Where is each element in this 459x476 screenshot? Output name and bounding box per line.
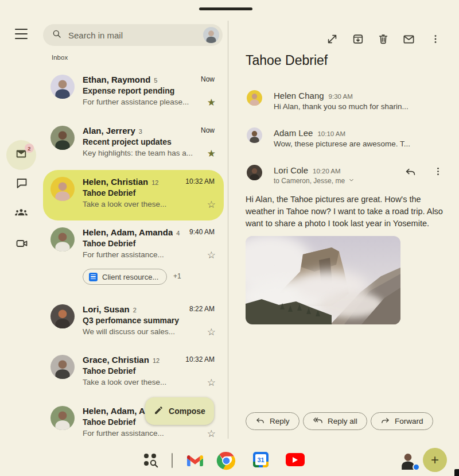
search-icon xyxy=(52,29,62,41)
compose-label: Compose xyxy=(169,407,205,416)
sidebar-item-spaces[interactable] xyxy=(13,206,29,222)
email-snippet: We will discuss our sales... xyxy=(83,327,175,336)
section-label-inbox: Inbox xyxy=(52,54,68,61)
app-search-button[interactable] xyxy=(142,452,159,470)
archive-button[interactable] xyxy=(351,33,365,48)
star-icon[interactable]: ☆ xyxy=(207,327,216,338)
email-snippet: Key highlights: the team has a... xyxy=(83,149,193,157)
star-icon[interactable]: ☆ xyxy=(207,377,216,389)
calendar-day-number: 31 xyxy=(255,454,266,465)
thread-count: 5 xyxy=(154,77,157,84)
people-group-icon xyxy=(14,206,29,223)
calendar-app-icon[interactable]: 31 xyxy=(253,452,269,467)
forward-arrow-icon xyxy=(380,416,390,427)
message-helen-chang[interactable]: Helen Chang9:30 AM Hi Alan, thank you so… xyxy=(247,90,443,118)
reply-all-button[interactable]: Reply all xyxy=(303,412,367,430)
attachment-chip-label: Client resource... xyxy=(102,273,158,281)
email-subject: Expense report pending xyxy=(83,86,215,98)
email-row-grace-christian[interactable]: Grace, Christian1210:32 AM Tahoe Debrief… xyxy=(50,355,215,392)
forward-button[interactable]: Forward xyxy=(371,412,433,430)
chevron-down-icon xyxy=(348,177,355,185)
star-icon[interactable]: ★ xyxy=(207,97,216,109)
star-icon[interactable]: ☆ xyxy=(207,199,216,211)
email-time: 8:22 AM xyxy=(189,305,215,313)
avatar xyxy=(50,406,75,430)
email-subject: Recent project updates xyxy=(83,137,215,149)
avatar xyxy=(50,355,75,379)
play-icon xyxy=(293,457,298,463)
thread-count: 12 xyxy=(153,357,160,364)
thread-count: 4 xyxy=(176,230,180,237)
menu-icon[interactable] xyxy=(15,29,28,39)
mountain-photo xyxy=(246,236,400,324)
email-row-lori-susan[interactable]: Lori, Susan28:22 AM Q3 perfomance summar… xyxy=(50,304,215,341)
email-snippet: For further assistance please... xyxy=(83,98,189,106)
kebab-menu-icon[interactable] xyxy=(433,166,444,180)
thread-title: Tahoe Debrief xyxy=(246,53,328,68)
reply-label: Reply xyxy=(270,417,290,425)
chat-icon xyxy=(15,176,29,192)
sender-names: Ethan, Raymond xyxy=(83,75,150,84)
taskbar-avatar[interactable] xyxy=(398,449,418,470)
forward-label: Forward xyxy=(395,417,423,425)
email-time: 10:32 AM xyxy=(185,177,215,185)
taskbar-add-button[interactable]: + xyxy=(423,448,447,472)
expand-icon xyxy=(326,33,339,48)
reply-all-arrow-icon xyxy=(313,415,323,427)
email-snippet: For further assistance... xyxy=(83,250,164,259)
avatar xyxy=(247,127,262,143)
avatar xyxy=(247,90,262,106)
email-row-alan-jerrery[interactable]: Alan, Jerrery3Now Recent project updates… xyxy=(50,126,215,162)
youtube-app-icon[interactable] xyxy=(286,453,305,466)
expand-button[interactable] xyxy=(325,33,340,48)
sidebar-item-chat[interactable] xyxy=(14,176,30,192)
search-bar[interactable] xyxy=(43,24,223,46)
trash-icon xyxy=(377,33,390,48)
sidebar-item-meet[interactable] xyxy=(14,237,30,253)
gmail-app-icon[interactable] xyxy=(187,454,203,469)
sidebar-item-mail[interactable]: 2 xyxy=(6,140,36,170)
delete-button[interactable] xyxy=(376,33,391,48)
star-icon[interactable]: ★ xyxy=(207,148,216,160)
compose-button[interactable]: Compose xyxy=(145,397,214,425)
message-time: 10:10 AM xyxy=(317,130,345,137)
message-time: 9:30 AM xyxy=(329,93,353,100)
message-lori-cole[interactable]: Lori Cole10:20 AM to Cameron, Jesse, me xyxy=(247,165,443,192)
attachment-chip[interactable]: Client resource... xyxy=(83,269,167,285)
chrome-app-icon[interactable] xyxy=(216,450,237,474)
sender-names: Alan, Jerrery xyxy=(83,126,135,136)
reply-icon[interactable] xyxy=(404,166,417,180)
reply-button[interactable]: Reply xyxy=(246,412,299,430)
thread-count: 3 xyxy=(139,128,142,135)
app-grid-search-icon xyxy=(142,460,159,470)
message-time: 10:20 AM xyxy=(313,168,341,175)
mark-unread-button[interactable] xyxy=(401,33,416,48)
sender-names: Grace, Christian xyxy=(83,355,149,365)
email-time: Now xyxy=(201,75,215,83)
email-snippet: Take a look over these... xyxy=(83,200,166,208)
sender-names: Lori, Susan xyxy=(83,304,130,314)
search-input[interactable] xyxy=(68,30,203,40)
yosemite-photo-attachment[interactable] xyxy=(246,236,400,324)
more-options-button[interactable] xyxy=(428,33,443,48)
screen-edge-artifact xyxy=(454,469,459,476)
archive-icon xyxy=(352,33,364,48)
sender-names: Helen, Christian xyxy=(83,177,148,187)
envelope-icon xyxy=(402,33,415,48)
email-row-helen-christian-selected[interactable]: Helen, Christian1210:32 AM Tahoe Debrief… xyxy=(50,177,215,214)
plus-icon: + xyxy=(431,452,439,468)
star-icon[interactable]: ☆ xyxy=(207,428,216,440)
email-row-ethan-raymond[interactable]: Ethan, Raymond5Now Expense report pendin… xyxy=(50,75,215,111)
account-avatar[interactable] xyxy=(203,27,219,43)
message-adam-lee[interactable]: Adam Lee10:10 AM Wow, these picturese ar… xyxy=(247,127,443,155)
mail-badge: 2 xyxy=(25,144,34,153)
window-drag-handle[interactable] xyxy=(199,7,252,10)
star-icon[interactable]: ☆ xyxy=(207,250,216,261)
message-sender: Lori Cole xyxy=(274,165,308,175)
recipients-toggle[interactable]: to Cameron, Jesse, me xyxy=(274,177,355,185)
email-row-helen-adam-amanda[interactable]: Helen, Adam, Amanda49:40 AM Tahoe Debrie… xyxy=(50,227,215,264)
email-time: 10:32 AM xyxy=(185,355,215,363)
chrome-logo xyxy=(216,450,237,471)
document-icon xyxy=(89,273,98,281)
email-time: Now xyxy=(201,126,215,134)
